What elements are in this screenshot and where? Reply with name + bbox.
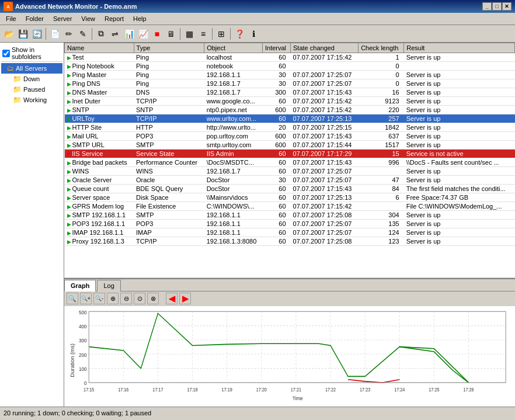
table-row[interactable]: ▶Test Ping localhost 60 07.07.2007 17:15… (65, 53, 515, 62)
table-row[interactable]: ▶GPRS Modem log File Existence C:\WINDOW… (65, 202, 515, 211)
cell-check-length: 1517 (359, 141, 404, 150)
menu-file[interactable]: File (2, 14, 20, 23)
sidebar-item-all-servers[interactable]: 🗂 All Servers (1, 63, 62, 74)
zoom-out2-btn[interactable]: ⊖ (120, 293, 132, 304)
toolbar-move[interactable]: ⇌ (109, 27, 121, 40)
menu-help[interactable]: Help (130, 14, 150, 23)
col-check-length[interactable]: Check length (359, 43, 404, 53)
table-row[interactable]: ▶DNS Master DNS 192.168.1.7 300 07.07.20… (65, 88, 515, 97)
cell-state-changed: 07.07.2007 17:15:44 (291, 141, 359, 150)
col-result[interactable]: Result (404, 43, 515, 53)
table-row[interactable]: ▶Bridge bad packets Performance Counter … (65, 158, 515, 167)
minimize-button[interactable]: _ (482, 2, 492, 11)
close-button[interactable]: ✕ (502, 2, 511, 11)
table-row[interactable]: ●IIS Service Service State IIS Admin 60 … (65, 150, 515, 158)
col-interval[interactable]: Interval (262, 43, 290, 53)
table-row[interactable]: ▶SMTP URL SMTP smtp.urltoy.com 600 07.07… (65, 141, 515, 150)
toolbar-refresh[interactable]: 🔄 (30, 27, 43, 40)
cell-object: 192.168.1.7 (204, 88, 263, 97)
toolbar-chart[interactable]: 📊 (123, 27, 135, 40)
graph-toolbar: 🔍 🔍+ 🔍- ⊕ ⊖ ⊙ ⊗ ◀ ▶ (64, 291, 515, 306)
subfolders-checkbox[interactable] (2, 50, 10, 57)
cell-name: ▶Ping Master (65, 71, 134, 79)
tab-log[interactable]: Log (97, 280, 120, 291)
col-object[interactable]: Object (204, 43, 263, 53)
table-row[interactable]: ▶Ping Master Ping 192.168.1.1 30 07.07.2… (65, 71, 515, 79)
sidebar-item-paused[interactable]: 📁 Paused (1, 84, 62, 95)
cell-object: \\Mainsrv\docs (204, 193, 263, 202)
col-type[interactable]: Type (134, 43, 204, 53)
toolbar-new[interactable]: 📄 (48, 27, 61, 40)
zoom-out-btn[interactable]: 🔍- (93, 293, 105, 304)
cell-check-length: 0 (359, 62, 404, 71)
play-icon: ▶ (67, 72, 71, 78)
table-row[interactable]: ▶Ping DNS Ping 192.168.1.7 30 07.07.2007… (65, 79, 515, 88)
table-row[interactable]: ▶Mail URL POP3 pop.urltoy.com 600 07.07.… (65, 132, 515, 141)
zoom-in-btn[interactable]: 🔍+ (80, 293, 92, 304)
table-row[interactable]: ▶Oracle Server Oracle DocStor 30 07.07.2… (65, 176, 515, 185)
menu-view[interactable]: View (78, 14, 99, 23)
zoom-fit2-btn[interactable]: ⊗ (147, 293, 159, 304)
table-row[interactable]: ▶IMAP 192.168.1.1 IMAP 192.168.1.1 60 07… (65, 228, 515, 237)
table-row[interactable]: ▶SNTP SNTP ntp0.pipex.net 600 07.07.2007… (65, 106, 515, 114)
table-row[interactable]: ▶HTTP Site HTTP http://www.urlto... 20 0… (65, 123, 515, 132)
menu-report[interactable]: Report (101, 14, 127, 23)
zoom-reset-btn[interactable]: ⊙ (134, 293, 145, 304)
paused-icon: 📁 (13, 85, 22, 93)
toolbar-edit2[interactable]: ✎ (76, 27, 89, 40)
toolbar-grid[interactable]: ▦ (183, 27, 196, 40)
table-row[interactable]: ▶POP3 192.168.1.1 POP3 192.168.1.1 60 07… (65, 220, 515, 228)
cell-result: Server is up (404, 228, 515, 237)
table-row[interactable]: ▶SMTP 192.168.1.1 SMTP 192.168.1.1 60 07… (65, 211, 515, 220)
cell-state-changed: 07.07.2007 17:25:13 (291, 193, 359, 202)
table-row[interactable]: ▶Server space Disk Space \\Mainsrv\docs … (65, 193, 515, 202)
cell-check-length: 47 (359, 176, 404, 185)
toolbar-open[interactable]: 📂 (2, 27, 15, 40)
toolbar-stop[interactable]: ■ (151, 27, 163, 40)
sidebar-item-down[interactable]: 📁 Down (1, 74, 62, 84)
zoom-fit-btn[interactable]: 🔍 (67, 293, 78, 304)
table-row[interactable]: ▶Inet Duter TCP/IP www.google.co... 60 0… (65, 97, 515, 106)
col-name[interactable]: Name (65, 43, 134, 53)
cell-object: 192.168.1.1 (204, 228, 263, 237)
table-row[interactable]: ▶Queue count BDE SQL Query DocStor 60 07… (65, 185, 515, 193)
nav-left-btn[interactable]: ◀ (166, 293, 178, 304)
menu-folder[interactable]: Folder (22, 14, 47, 23)
play-icon: ▶ (67, 143, 71, 148)
cell-state-changed: 07.07.2007 17:17:29 (291, 150, 359, 158)
cell-state-changed: 07.07.2007 17:15:43 (291, 158, 359, 167)
table-row[interactable]: ▶URLToy TCP/IP www.urltoy.com... 60 07.0… (65, 114, 515, 123)
cell-check-length: 637 (359, 132, 404, 141)
menu-server[interactable]: Server (50, 14, 75, 23)
cell-interval: 60 (262, 211, 290, 220)
toolbar-help[interactable]: ❓ (233, 27, 246, 40)
cell-result (404, 62, 515, 71)
toolbar-edit[interactable]: ✏ (62, 27, 75, 40)
show-subfolders-check[interactable]: Show in subfolders (1, 45, 62, 62)
cell-check-length (359, 167, 404, 176)
maximize-button[interactable]: □ (492, 2, 502, 11)
toolbar-screen[interactable]: 🖥 (165, 27, 178, 40)
toolbar-list[interactable]: ≡ (197, 27, 210, 40)
zoom-in2-btn[interactable]: ⊕ (107, 293, 119, 304)
cell-interval: 60 (262, 53, 290, 62)
sidebar-item-working[interactable]: 📁 Working (1, 95, 62, 105)
cell-name: ▶SMTP URL (65, 141, 134, 150)
toolbar-info[interactable]: ℹ (247, 27, 260, 40)
svg-text:17:15: 17:15 (83, 387, 95, 393)
cell-object: IIS Admin (204, 150, 263, 158)
tab-graph[interactable]: Graph (64, 280, 96, 291)
table-body: ▶Test Ping localhost 60 07.07.2007 17:15… (65, 53, 515, 246)
toolbar-chart2[interactable]: 📈 (137, 27, 149, 40)
table-row[interactable]: ▶Proxy 192.168.1.3 TCP/IP 192.168.1.3:80… (65, 237, 515, 246)
nav-right-btn[interactable]: ▶ (179, 293, 191, 304)
sep3 (180, 28, 180, 40)
col-state-changed[interactable]: State changed (291, 43, 359, 53)
table-row[interactable]: ▶WINS WINS 192.168.1.7 60 07.07.2007 17:… (65, 167, 515, 176)
show-subfolders-label: Show in subfolders (12, 46, 61, 60)
toolbar-copy[interactable]: ⧉ (95, 27, 107, 40)
table-row[interactable]: ▶Ping Notebook Ping notebook 60 0 (65, 62, 515, 71)
toolbar-save[interactable]: 💾 (16, 27, 29, 40)
cell-check-length: 996 (359, 158, 404, 167)
toolbar-table[interactable]: ⊞ (215, 27, 228, 40)
